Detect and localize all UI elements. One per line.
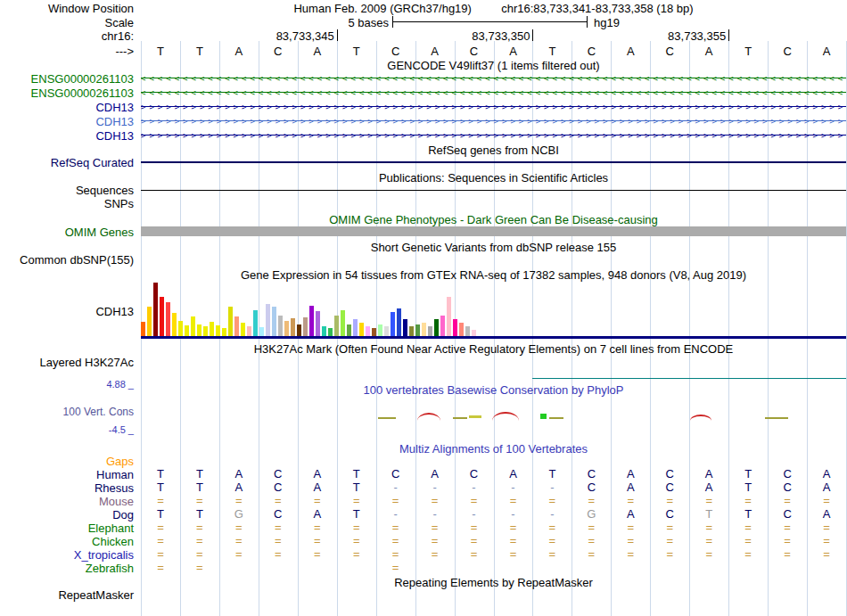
species-label[interactable]: Mouse bbox=[0, 495, 134, 508]
gtex-tissue-bar bbox=[465, 326, 470, 336]
gene-track-line[interactable]: >>>>>>>>>>>>>>>>>>>>>>>>>>>>>>>>>>>>>>>>… bbox=[141, 128, 846, 143]
gene-label[interactable]: CDH13 bbox=[0, 129, 134, 143]
alignment-cell: = bbox=[180, 561, 219, 574]
gencode-track-title[interactable]: GENCODE V49lift37 (1 items filtered out) bbox=[141, 59, 846, 72]
assembly-label: hg19 bbox=[594, 16, 620, 29]
gene-track-line[interactable]: >>>>>>>>>>>>>>>>>>>>>>>>>>>>>>>>>>>>>>>>… bbox=[141, 114, 846, 128]
phylop-track-label[interactable]: 100 Vert. Cons bbox=[0, 406, 134, 418]
snps-label[interactable]: SNPs bbox=[0, 197, 134, 210]
gene-strand-arrows: >>>>>>>>>>>>>>>>>>>>>>>>>>>>>>>>>>>>>>>>… bbox=[141, 100, 846, 114]
reference-base: A bbox=[415, 45, 455, 58]
alignment-cell: = bbox=[415, 521, 455, 534]
h3k27ac-label[interactable]: Layered H3K27Ac bbox=[0, 356, 134, 369]
refseq-curated-line[interactable] bbox=[141, 161, 846, 163]
alignment-cell: T bbox=[141, 467, 180, 480]
alignment-cell: = bbox=[376, 521, 415, 534]
gene-label[interactable]: ENSG00000261103 bbox=[0, 86, 134, 100]
gtex-tissue-bar bbox=[322, 326, 326, 336]
reference-base: A bbox=[298, 45, 337, 58]
alignment-cell: = bbox=[298, 534, 337, 547]
gtex-tissue-bar bbox=[353, 319, 358, 336]
refseq-curated-label[interactable]: RefSeq Curated bbox=[0, 156, 134, 169]
scale-bar-line bbox=[392, 21, 588, 22]
reference-base: C bbox=[768, 45, 807, 58]
alignment-cell: A bbox=[807, 507, 846, 521]
gtex-tissue-bar bbox=[259, 327, 264, 336]
species-label[interactable]: Dog bbox=[0, 508, 134, 522]
gtex-track-title[interactable]: Gene Expression in 54 tissues from GTEx … bbox=[141, 268, 846, 282]
h3k27ac-track-title[interactable]: H3K27Ac Mark (Often Found Near Active Re… bbox=[141, 342, 846, 356]
alignment-cell: = bbox=[141, 561, 180, 574]
gtex-gene-label[interactable]: CDH13 bbox=[0, 305, 134, 318]
species-label[interactable]: Elephant bbox=[0, 522, 134, 535]
gtex-tissue-bar bbox=[185, 325, 189, 336]
multiz-track-title[interactable]: Multiz Alignments of 100 Vertebrates bbox=[141, 442, 846, 456]
alignment-cell: = bbox=[141, 494, 180, 507]
alignment-cell: = bbox=[807, 494, 846, 507]
dbsnp-track-title[interactable]: Short Genetic Variants from dbSNP releas… bbox=[141, 241, 846, 254]
alignment-cell: = bbox=[259, 521, 298, 534]
ruler-tick-label: 83,733,345 bbox=[254, 29, 334, 43]
gtex-tissue-bar bbox=[216, 325, 220, 336]
conservation-mark bbox=[540, 414, 547, 419]
alignment-cell: = bbox=[532, 547, 572, 561]
species-label[interactable]: Human bbox=[0, 468, 134, 481]
alignment-cell: = bbox=[219, 521, 259, 534]
gtex-tissue-bar bbox=[266, 304, 270, 336]
gtex-tissue-bar bbox=[328, 328, 333, 336]
repeatmasker-track-title[interactable]: Repeating Elements by RepeatMasker bbox=[141, 576, 846, 589]
gene-label[interactable]: CDH13 bbox=[0, 101, 134, 114]
conservation-mark bbox=[378, 417, 396, 419]
gene-track-line[interactable]: <<<<<<<<<<<<<<<<<<<<<<<<<<<<<<<<<<<<<<<<… bbox=[141, 71, 846, 86]
alignment-cell: = bbox=[219, 494, 259, 507]
position-range: chr16:83,733,341-83,733,358 (18 bp) bbox=[501, 2, 693, 15]
alignment-cell: T bbox=[180, 467, 219, 480]
gene-track-line[interactable]: >>>>>>>>>>>>>>>>>>>>>>>>>>>>>>>>>>>>>>>>… bbox=[141, 100, 846, 114]
alignment-cell: T bbox=[337, 467, 376, 480]
gene-track-line[interactable]: <<<<<<<<<<<<<<<<<<<<<<<<<<<<<<<<<<<<<<<<… bbox=[141, 86, 846, 100]
alignment-cell: - bbox=[494, 507, 533, 521]
alignment-cell: = bbox=[650, 494, 689, 507]
gene-label[interactable]: CDH13 bbox=[0, 115, 134, 128]
species-label[interactable]: Rhesus bbox=[0, 481, 134, 495]
reference-base: T bbox=[180, 45, 219, 58]
alignment-cell: A bbox=[689, 480, 728, 494]
species-label[interactable]: X_tropicalis bbox=[0, 548, 134, 562]
alignment-cell: = bbox=[415, 494, 455, 507]
dbsnp-label[interactable]: Common dbSNP(155) bbox=[0, 253, 134, 267]
gtex-tissue-bar bbox=[284, 321, 289, 336]
omim-genes-bar[interactable] bbox=[141, 226, 846, 236]
alignment-cell: G bbox=[219, 507, 259, 521]
alignment-cell: = bbox=[807, 521, 846, 534]
species-label[interactable]: Zebrafish bbox=[0, 562, 134, 575]
assembly-title: Human Feb. 2009 (GRCh37/hg19) bbox=[293, 2, 471, 15]
gtex-tissue-bar bbox=[415, 324, 420, 336]
omim-genes-label[interactable]: OMIM Genes bbox=[0, 226, 134, 239]
gene-strand-arrows: >>>>>>>>>>>>>>>>>>>>>>>>>>>>>>>>>>>>>>>>… bbox=[141, 128, 846, 143]
gaps-label[interactable]: Gaps bbox=[0, 455, 134, 468]
sequences-line[interactable] bbox=[141, 190, 846, 191]
alignment-cell: = bbox=[219, 547, 259, 561]
alignment-cell: = bbox=[376, 561, 415, 574]
gtex-tissue-bar bbox=[197, 324, 201, 336]
alignment-cell: T bbox=[337, 507, 376, 521]
gene-label[interactable]: ENSG00000261103 bbox=[0, 72, 134, 86]
alignment-cell: - bbox=[415, 507, 455, 521]
gtex-tissue-bar bbox=[378, 324, 382, 336]
omim-track-title[interactable]: OMIM Gene Phenotypes - Dark Green Can Be… bbox=[141, 213, 846, 226]
alignment-cell: A bbox=[807, 467, 846, 480]
alignment-cell: = bbox=[298, 521, 337, 534]
sequences-label[interactable]: Sequences bbox=[0, 184, 134, 197]
repeatmasker-label[interactable]: RepeatMasker bbox=[0, 588, 134, 602]
species-label[interactable]: Chicken bbox=[0, 535, 134, 548]
alignment-cell: = bbox=[532, 494, 572, 507]
gtex-baseline bbox=[141, 336, 846, 339]
gtex-tissue-bar bbox=[166, 302, 170, 336]
publications-track-title[interactable]: Publications: Sequences in Scientific Ar… bbox=[141, 171, 846, 185]
gtex-tissue-bar bbox=[191, 316, 195, 336]
alignment-cell: = bbox=[768, 494, 807, 507]
refseq-track-title[interactable]: RefSeq genes from NCBI bbox=[141, 144, 846, 157]
phylop-track-title[interactable]: 100 vertebrates Basewise Conservation by… bbox=[141, 383, 846, 397]
window-position-label: Window Position bbox=[0, 2, 134, 15]
alignment-cell: = bbox=[337, 494, 376, 507]
